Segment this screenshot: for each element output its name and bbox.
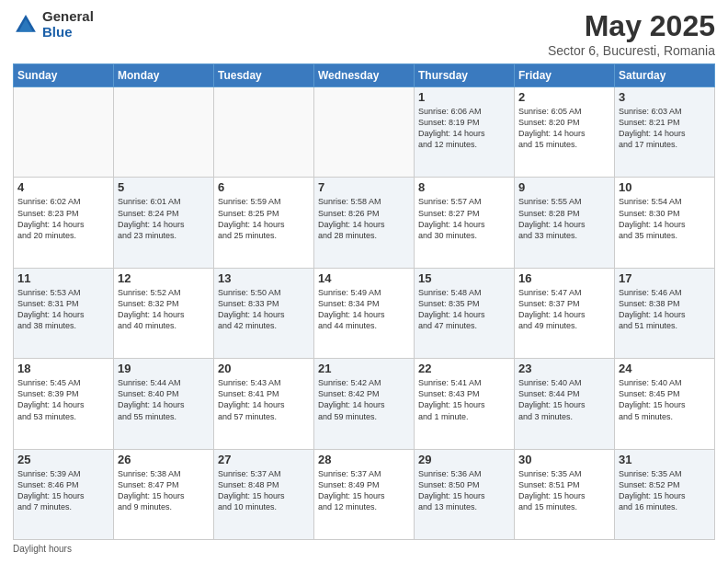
calendar-week-1: 1Sunrise: 6:06 AM Sunset: 8:19 PM Daylig… xyxy=(14,87,715,178)
header: General Blue May 2025 Sector 6, Bucurest… xyxy=(13,9,715,58)
calendar-header-row: SundayMondayTuesdayWednesdayThursdayFrid… xyxy=(14,64,715,87)
day-number: 8 xyxy=(418,180,510,194)
day-number: 16 xyxy=(518,271,610,285)
calendar-week-4: 18Sunrise: 5:45 AM Sunset: 8:39 PM Dayli… xyxy=(14,359,715,449)
cell-content: Sunrise: 5:49 AM Sunset: 8:34 PM Dayligh… xyxy=(318,287,410,332)
cell-content: Sunrise: 5:44 AM Sunset: 8:40 PM Dayligh… xyxy=(118,377,210,422)
cell-content: Sunrise: 6:01 AM Sunset: 8:24 PM Dayligh… xyxy=(118,196,210,241)
cell-content: Sunrise: 5:43 AM Sunset: 8:41 PM Dayligh… xyxy=(218,377,310,422)
cell-content: Sunrise: 5:59 AM Sunset: 8:25 PM Dayligh… xyxy=(218,196,310,241)
logo: General Blue xyxy=(13,9,94,40)
logo-text: General Blue xyxy=(42,9,94,40)
cell-content: Sunrise: 5:38 AM Sunset: 8:47 PM Dayligh… xyxy=(118,468,210,513)
day-number: 19 xyxy=(118,362,210,375)
day-number: 9 xyxy=(518,180,610,194)
day-number: 15 xyxy=(418,271,510,285)
calendar-cell: 16Sunrise: 5:47 AM Sunset: 8:37 PM Dayli… xyxy=(515,268,615,358)
daylight-hours-label: Daylight hours xyxy=(13,544,72,554)
day-number: 4 xyxy=(17,180,109,194)
cell-content: Sunrise: 5:40 AM Sunset: 8:44 PM Dayligh… xyxy=(518,377,610,422)
cell-content: Sunrise: 5:39 AM Sunset: 8:46 PM Dayligh… xyxy=(17,468,109,513)
cell-content: Sunrise: 5:55 AM Sunset: 8:28 PM Dayligh… xyxy=(518,196,610,241)
day-number: 21 xyxy=(318,362,410,375)
col-header-tuesday: Tuesday xyxy=(214,64,314,87)
calendar-cell: 19Sunrise: 5:44 AM Sunset: 8:40 PM Dayli… xyxy=(114,359,214,449)
calendar-cell: 22Sunrise: 5:41 AM Sunset: 8:43 PM Dayli… xyxy=(415,359,515,449)
calendar-table: SundayMondayTuesdayWednesdayThursdayFrid… xyxy=(13,63,715,540)
cell-content: Sunrise: 5:37 AM Sunset: 8:48 PM Dayligh… xyxy=(218,468,310,513)
calendar-cell xyxy=(14,87,114,178)
calendar-cell: 17Sunrise: 5:46 AM Sunset: 8:38 PM Dayli… xyxy=(615,268,715,358)
cell-content: Sunrise: 5:35 AM Sunset: 8:52 PM Dayligh… xyxy=(619,468,711,513)
calendar-cell: 28Sunrise: 5:37 AM Sunset: 8:49 PM Dayli… xyxy=(314,449,415,539)
calendar-cell: 7Sunrise: 5:58 AM Sunset: 8:26 PM Daylig… xyxy=(314,178,415,268)
day-number: 5 xyxy=(118,180,210,194)
day-number: 17 xyxy=(619,271,711,285)
cell-content: Sunrise: 6:05 AM Sunset: 8:20 PM Dayligh… xyxy=(518,106,610,151)
cell-content: Sunrise: 5:54 AM Sunset: 8:30 PM Dayligh… xyxy=(619,196,711,241)
day-number: 25 xyxy=(17,453,109,466)
day-number: 29 xyxy=(418,453,510,466)
calendar-cell: 1Sunrise: 6:06 AM Sunset: 8:19 PM Daylig… xyxy=(415,87,515,178)
calendar-cell: 20Sunrise: 5:43 AM Sunset: 8:41 PM Dayli… xyxy=(214,359,314,449)
title-section: May 2025 Sector 6, Bucuresti, Romania xyxy=(548,9,715,58)
calendar-cell: 14Sunrise: 5:49 AM Sunset: 8:34 PM Dayli… xyxy=(314,268,415,358)
cell-content: Sunrise: 6:02 AM Sunset: 8:23 PM Dayligh… xyxy=(17,196,109,241)
calendar-cell xyxy=(214,87,314,178)
calendar-cell: 23Sunrise: 5:40 AM Sunset: 8:44 PM Dayli… xyxy=(515,359,615,449)
calendar-cell: 21Sunrise: 5:42 AM Sunset: 8:42 PM Dayli… xyxy=(314,359,415,449)
calendar-cell: 10Sunrise: 5:54 AM Sunset: 8:30 PM Dayli… xyxy=(615,178,715,268)
location-title: Sector 6, Bucuresti, Romania xyxy=(548,43,715,58)
calendar-cell xyxy=(114,87,214,178)
logo-blue-label: Blue xyxy=(42,25,94,40)
page: General Blue May 2025 Sector 6, Bucurest… xyxy=(0,0,728,563)
calendar-cell: 24Sunrise: 5:40 AM Sunset: 8:45 PM Dayli… xyxy=(615,359,715,449)
day-number: 1 xyxy=(418,90,510,104)
cell-content: Sunrise: 5:50 AM Sunset: 8:33 PM Dayligh… xyxy=(218,287,310,332)
cell-content: Sunrise: 5:45 AM Sunset: 8:39 PM Dayligh… xyxy=(17,377,109,422)
day-number: 31 xyxy=(619,453,711,466)
calendar-cell: 27Sunrise: 5:37 AM Sunset: 8:48 PM Dayli… xyxy=(214,449,314,539)
month-title: May 2025 xyxy=(548,9,715,43)
day-number: 22 xyxy=(418,362,510,375)
cell-content: Sunrise: 6:03 AM Sunset: 8:21 PM Dayligh… xyxy=(619,106,711,151)
calendar-cell: 30Sunrise: 5:35 AM Sunset: 8:51 PM Dayli… xyxy=(515,449,615,539)
col-header-sunday: Sunday xyxy=(14,64,114,87)
calendar-cell: 9Sunrise: 5:55 AM Sunset: 8:28 PM Daylig… xyxy=(515,178,615,268)
footer-note: Daylight hours xyxy=(13,544,715,554)
day-number: 18 xyxy=(17,362,109,375)
calendar-cell xyxy=(314,87,415,178)
calendar-cell: 15Sunrise: 5:48 AM Sunset: 8:35 PM Dayli… xyxy=(415,268,515,358)
calendar-cell: 31Sunrise: 5:35 AM Sunset: 8:52 PM Dayli… xyxy=(615,449,715,539)
col-header-monday: Monday xyxy=(114,64,214,87)
logo-general-label: General xyxy=(42,9,94,25)
cell-content: Sunrise: 5:41 AM Sunset: 8:43 PM Dayligh… xyxy=(418,377,510,422)
day-number: 23 xyxy=(518,362,610,375)
day-number: 7 xyxy=(318,180,410,194)
calendar-cell: 3Sunrise: 6:03 AM Sunset: 8:21 PM Daylig… xyxy=(615,87,715,178)
day-number: 12 xyxy=(118,271,210,285)
calendar-week-3: 11Sunrise: 5:53 AM Sunset: 8:31 PM Dayli… xyxy=(14,268,715,358)
day-number: 3 xyxy=(619,90,711,104)
day-number: 30 xyxy=(518,453,610,466)
col-header-wednesday: Wednesday xyxy=(314,64,415,87)
calendar-cell: 6Sunrise: 5:59 AM Sunset: 8:25 PM Daylig… xyxy=(214,178,314,268)
cell-content: Sunrise: 5:40 AM Sunset: 8:45 PM Dayligh… xyxy=(619,377,711,422)
day-number: 24 xyxy=(619,362,711,375)
day-number: 6 xyxy=(218,180,310,194)
day-number: 2 xyxy=(518,90,610,104)
cell-content: Sunrise: 5:46 AM Sunset: 8:38 PM Dayligh… xyxy=(619,287,711,332)
day-number: 20 xyxy=(218,362,310,375)
day-number: 27 xyxy=(218,453,310,466)
calendar-week-2: 4Sunrise: 6:02 AM Sunset: 8:23 PM Daylig… xyxy=(14,178,715,268)
calendar-cell: 13Sunrise: 5:50 AM Sunset: 8:33 PM Dayli… xyxy=(214,268,314,358)
cell-content: Sunrise: 5:35 AM Sunset: 8:51 PM Dayligh… xyxy=(518,468,610,513)
calendar-cell: 18Sunrise: 5:45 AM Sunset: 8:39 PM Dayli… xyxy=(14,359,114,449)
cell-content: Sunrise: 5:53 AM Sunset: 8:31 PM Dayligh… xyxy=(17,287,109,332)
cell-content: Sunrise: 5:58 AM Sunset: 8:26 PM Dayligh… xyxy=(318,196,410,241)
col-header-thursday: Thursday xyxy=(415,64,515,87)
col-header-friday: Friday xyxy=(515,64,615,87)
calendar-cell: 4Sunrise: 6:02 AM Sunset: 8:23 PM Daylig… xyxy=(14,178,114,268)
day-number: 26 xyxy=(118,453,210,466)
cell-content: Sunrise: 5:57 AM Sunset: 8:27 PM Dayligh… xyxy=(418,196,510,241)
